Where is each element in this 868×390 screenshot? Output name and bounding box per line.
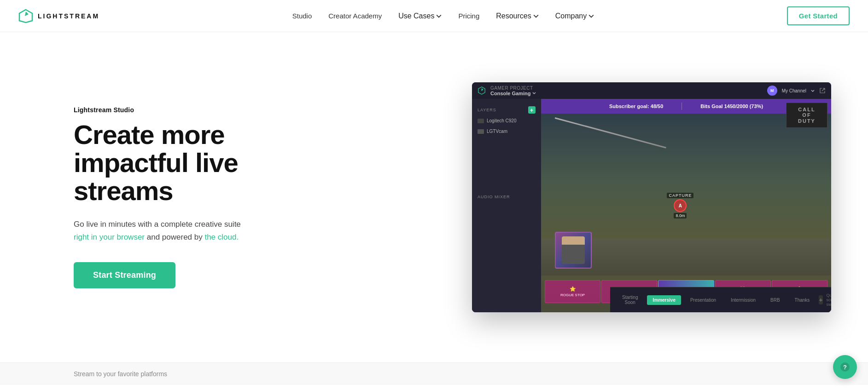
add-layer-button[interactable]: + xyxy=(528,106,536,114)
nav-dropdown-use-cases[interactable]: Use Cases xyxy=(398,12,442,20)
logo-link[interactable]: LIGHTSTREAM xyxy=(18,9,99,23)
chevron-down-icon xyxy=(811,90,815,92)
scene-btn-brb[interactable]: BRB xyxy=(765,295,786,305)
logo-icon xyxy=(18,9,33,23)
nav-item-resources[interactable]: Resources xyxy=(496,12,538,20)
nav-item-studio[interactable]: Studio xyxy=(292,12,312,20)
scene-btn-thanks[interactable]: Thanks xyxy=(789,295,816,305)
titlebar-right: M My Channel xyxy=(767,86,826,96)
get-started-button[interactable]: Get Started xyxy=(787,6,850,25)
nav-link-pricing[interactable]: Pricing xyxy=(458,12,479,20)
scene-btn-immersive[interactable]: Immersive xyxy=(647,295,681,305)
star-icon: ⭐ xyxy=(570,286,576,292)
chat-bubble-button[interactable]: ? xyxy=(833,355,857,379)
avatar: M xyxy=(767,86,777,96)
scene-btn-presentation[interactable]: Presentation xyxy=(685,295,722,305)
chevron-down-icon xyxy=(588,13,594,19)
nav-dropdown-company[interactable]: Company xyxy=(555,12,594,20)
chat-icon: ? xyxy=(839,361,851,373)
hero-description: Go live in minutes with a complete creat… xyxy=(74,218,258,244)
nav-item-pricing[interactable]: Pricing xyxy=(458,12,479,20)
navigation: LIGHTSTREAM Studio Creator Academy Use C… xyxy=(0,0,868,32)
capture-point: CAPTURE A 8.0m xyxy=(667,193,693,218)
capture-circle: A xyxy=(674,199,687,212)
chevron-down-icon xyxy=(436,13,442,19)
alert-item-0: ⭐ ROGUE STOP xyxy=(545,280,600,303)
layers-section-title: LAYERS + xyxy=(472,103,541,115)
app-screenshot: GAMER PROJECT Console Gaming M My Channe… xyxy=(472,82,831,312)
nav-links: Studio Creator Academy Use Cases Pricing… xyxy=(292,12,594,20)
app-bottom-right: Quick scene switch Play Scene Preview xyxy=(827,290,831,310)
layer-item-0[interactable]: Logitech C920 xyxy=(472,115,541,126)
scene-btn-starting-soon[interactable]: Starting Soon xyxy=(617,292,643,307)
nav-dropdown-resources[interactable]: Resources xyxy=(496,12,538,20)
nav-item-creator-academy[interactable]: Creator Academy xyxy=(328,12,382,20)
app-body: LAYERS + Logitech C920 LGTVcam AUDIO MIX… xyxy=(472,99,831,312)
app-titlebar: GAMER PROJECT Console Gaming M My Channe… xyxy=(472,82,831,99)
nav-link-studio[interactable]: Studio xyxy=(292,12,312,20)
chevron-down-icon xyxy=(532,92,536,94)
svg-marker-3 xyxy=(481,88,484,91)
app-sidebar: LAYERS + Logitech C920 LGTVcam AUDIO MIX… xyxy=(472,99,541,312)
external-link-icon xyxy=(819,87,826,94)
titlebar-breadcrumb: GAMER PROJECT Console Gaming xyxy=(490,86,536,96)
scene-btn-intermission[interactable]: Intermission xyxy=(725,295,761,305)
app-logo-icon xyxy=(478,86,486,95)
app-main: Subscriber goal: 48/50 Bits Goal 1450/20… xyxy=(541,99,831,312)
hero-left: Lightstream Studio Create more impactful… xyxy=(74,106,295,288)
game-corner-thumb: CALLOFDUTY xyxy=(786,103,827,128)
webcam-overlay xyxy=(555,232,592,269)
svg-marker-1 xyxy=(25,11,29,16)
logo-text: LIGHTSTREAM xyxy=(38,12,99,20)
titlebar-project: Console Gaming xyxy=(490,91,536,96)
game-title: CALLOFDUTY xyxy=(798,107,816,123)
hero-section: Lightstream Studio Create more impactful… xyxy=(0,32,868,362)
start-streaming-button[interactable]: Start Streaming xyxy=(74,262,175,288)
camera-icon xyxy=(478,119,484,123)
hero-heading: Create more impactful live streams xyxy=(74,121,295,205)
audio-mixer-section: AUDIO MIXER xyxy=(472,192,541,202)
add-scene-button[interactable]: + xyxy=(819,295,822,304)
app-bottom-toolbar: Starting Soon Immersive Presentation Int… xyxy=(610,287,831,312)
chevron-down-icon xyxy=(533,13,539,19)
nav-item-company[interactable]: Company xyxy=(555,12,594,20)
layer-icon xyxy=(478,129,484,134)
nav-link-creator-academy[interactable]: Creator Academy xyxy=(328,12,382,20)
webcam-person xyxy=(562,236,585,264)
game-area: Subscriber goal: 48/50 Bits Goal 1450/20… xyxy=(541,99,831,312)
layer-item-1[interactable]: LGTVcam xyxy=(472,126,541,137)
hero-right: GAMER PROJECT Console Gaming M My Channe… xyxy=(322,82,831,312)
hero-eyebrow: Lightstream Studio xyxy=(74,106,295,114)
hud-divider xyxy=(682,103,682,110)
svg-text:?: ? xyxy=(843,364,847,371)
bottom-strip: Stream to your favorite platforms xyxy=(0,362,868,385)
nav-item-use-cases[interactable]: Use Cases xyxy=(398,12,442,20)
